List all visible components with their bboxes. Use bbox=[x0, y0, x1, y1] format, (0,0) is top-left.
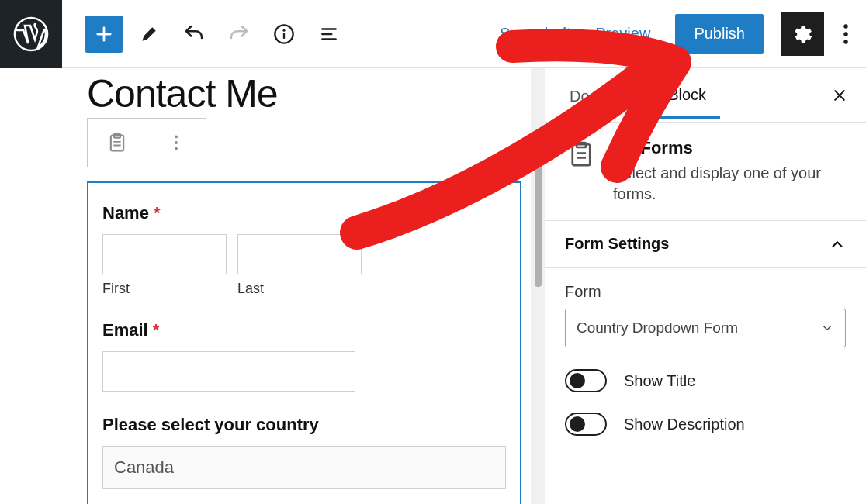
main-area: Contact Me Name * First Last bbox=[0, 68, 866, 504]
plus-icon bbox=[93, 23, 115, 45]
editor-canvas[interactable]: Contact Me Name * First Last bbox=[0, 68, 545, 504]
svg-point-10 bbox=[175, 141, 178, 144]
gear-icon bbox=[791, 22, 814, 46]
show-title-toggle-row: Show Title bbox=[565, 369, 846, 392]
svg-point-9 bbox=[175, 135, 178, 138]
block-type-button[interactable] bbox=[88, 119, 147, 167]
form-select[interactable]: Country Dropdown Form bbox=[565, 309, 846, 347]
form-select-label: Form bbox=[565, 283, 846, 301]
info-button[interactable] bbox=[265, 16, 303, 53]
tab-block[interactable]: Block bbox=[654, 71, 720, 119]
publish-button[interactable]: Publish bbox=[675, 14, 764, 54]
outline-button[interactable] bbox=[310, 16, 348, 53]
country-value: Canada bbox=[114, 457, 174, 478]
wpforms-block[interactable]: Name * First Last Email * Please selec bbox=[87, 181, 521, 504]
save-draft-link[interactable]: Save draft bbox=[500, 25, 570, 43]
block-description: Select and display one of your forms. bbox=[613, 163, 846, 205]
clipboard-icon bbox=[106, 132, 128, 154]
redo-button[interactable] bbox=[220, 16, 258, 53]
first-sublabel: First bbox=[102, 281, 227, 297]
block-info-section: WPForms Select and display one of your f… bbox=[545, 123, 866, 220]
outline-icon bbox=[319, 24, 339, 44]
block-more-button[interactable] bbox=[147, 119, 206, 167]
block-toolbar bbox=[87, 118, 206, 167]
preview-link[interactable]: Preview bbox=[595, 25, 650, 43]
panel-title: Form Settings bbox=[565, 235, 669, 253]
show-description-toggle[interactable] bbox=[565, 413, 607, 436]
show-title-label: Show Title bbox=[624, 372, 695, 390]
close-icon bbox=[832, 88, 847, 103]
kebab-icon bbox=[843, 22, 849, 46]
country-field-label: Please select your country bbox=[102, 415, 506, 435]
redo-icon bbox=[227, 22, 251, 46]
show-title-toggle[interactable] bbox=[565, 369, 607, 392]
svg-rect-3 bbox=[283, 33, 285, 38]
chevron-down-icon bbox=[820, 321, 834, 335]
svg-point-11 bbox=[175, 147, 178, 150]
settings-sidebar: Document Block WPForms Select and displa… bbox=[545, 68, 866, 504]
close-sidebar-button[interactable] bbox=[824, 80, 855, 111]
svg-point-2 bbox=[282, 29, 285, 31]
editor-toolbar: Save draft Preview Publish bbox=[0, 0, 866, 68]
chevron-up-icon bbox=[829, 236, 846, 253]
settings-button[interactable] bbox=[781, 12, 824, 56]
info-icon bbox=[273, 23, 295, 45]
name-field-label: Name * bbox=[102, 203, 506, 223]
more-options-button[interactable] bbox=[835, 22, 857, 46]
email-input[interactable] bbox=[102, 351, 355, 392]
required-mark: * bbox=[154, 203, 161, 223]
undo-button[interactable] bbox=[175, 16, 213, 53]
svg-point-4 bbox=[843, 24, 848, 29]
form-settings-panel-header[interactable]: Form Settings bbox=[545, 220, 866, 268]
edit-button[interactable] bbox=[130, 16, 168, 53]
clipboard-icon bbox=[567, 140, 595, 168]
last-sublabel: Last bbox=[237, 281, 362, 297]
email-field-label: Email * bbox=[102, 320, 506, 340]
page-title[interactable]: Contact Me bbox=[87, 71, 545, 116]
pencil-icon bbox=[139, 24, 159, 44]
scrollbar[interactable] bbox=[531, 68, 545, 504]
svg-point-5 bbox=[843, 32, 848, 36]
wordpress-logo[interactable] bbox=[0, 0, 62, 68]
show-description-toggle-row: Show Description bbox=[565, 413, 846, 436]
tab-document[interactable]: Document bbox=[556, 72, 654, 118]
block-name: WPForms bbox=[613, 138, 846, 158]
sidebar-tabs: Document Block bbox=[545, 68, 866, 123]
required-mark: * bbox=[153, 320, 160, 340]
kebab-icon bbox=[173, 133, 179, 153]
wpforms-block-icon bbox=[565, 138, 598, 171]
form-settings-panel-body: Form Country Dropdown Form Show Title Sh… bbox=[545, 268, 866, 471]
add-block-button[interactable] bbox=[85, 16, 123, 53]
last-name-input[interactable] bbox=[237, 234, 362, 274]
undo-icon bbox=[182, 22, 206, 46]
first-name-input[interactable] bbox=[102, 234, 227, 274]
svg-point-6 bbox=[843, 40, 848, 44]
wordpress-icon bbox=[12, 16, 50, 53]
country-select[interactable]: Canada bbox=[102, 446, 506, 489]
show-description-label: Show Description bbox=[624, 416, 745, 433]
form-select-value: Country Dropdown Form bbox=[577, 319, 738, 337]
scrollbar-thumb[interactable] bbox=[535, 140, 542, 287]
